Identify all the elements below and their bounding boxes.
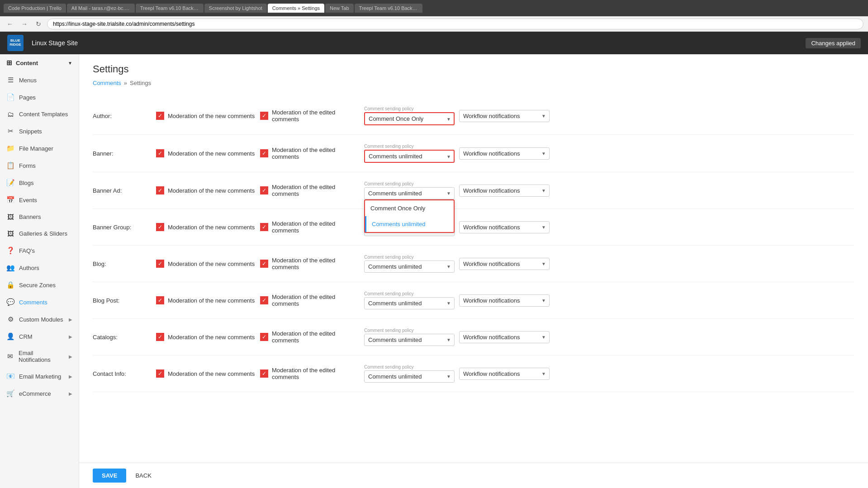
workflow-wrapper-0: Workflow notifications▼ <box>459 110 550 122</box>
sidebar-item-forms[interactable]: 📋 Forms <box>0 157 79 174</box>
settings-row-6: Catalogs:Moderation of the new commentsM… <box>93 319 854 355</box>
sidebar-item-snippets[interactable]: ✂ Snippets <box>0 123 79 140</box>
mod-edited-checkbox-2[interactable] <box>260 186 268 194</box>
tab-mail[interactable]: All Mail - taras.r@ez-bc.com - E... <box>67 4 135 13</box>
sidebar-item-banners[interactable]: 🖼 Banners <box>0 208 79 225</box>
workflow-select-5[interactable]: Workflow notifications <box>459 294 550 307</box>
mod-edited-checkbox-4[interactable] <box>260 260 268 268</box>
policy-select-0[interactable]: Comment Once OnlyComments unlimited <box>364 112 455 125</box>
mod-edited-checkbox-5[interactable] <box>260 296 268 304</box>
breadcrumb-separator: » <box>124 80 127 86</box>
address-input[interactable] <box>47 19 863 29</box>
mod-edited-checkbox-1[interactable] <box>260 149 268 157</box>
mod-edited-checkbox-7[interactable] <box>260 370 268 378</box>
mod-new-checkbox-3[interactable] <box>156 223 164 231</box>
tab-trello[interactable]: Code Production | Trello <box>4 4 66 13</box>
sidebar-item-galleries[interactable]: 🖼 Galleries & Sliders <box>0 225 79 242</box>
mod-new-label-5: Moderation of the new comments <box>168 297 255 304</box>
mod-edited-label-2: Moderation of the edited comments <box>272 184 360 197</box>
workflow-select-1[interactable]: Workflow notifications <box>459 147 550 160</box>
browser-bar: Code Production | Trello All Mail - tara… <box>0 0 868 16</box>
sidebar-content-header[interactable]: ⊞ Content ▼ <box>0 54 79 71</box>
secure-zones-label: Secure Zones <box>19 282 56 289</box>
settings-row-1: Banner:Moderation of the new commentsMod… <box>93 135 854 172</box>
workflow-select-6[interactable]: Workflow notifications <box>459 331 550 343</box>
policy-select-2[interactable]: Comment Once OnlyComments unlimited <box>364 187 455 199</box>
mod-new-checkbox-1[interactable] <box>156 149 164 157</box>
workflow-select-4[interactable]: Workflow notifications <box>459 258 550 270</box>
sidebar-item-content-templates[interactable]: 🗂 Content Templates <box>0 106 79 123</box>
tab-comments-settings[interactable]: Comments » Settings <box>268 4 324 13</box>
sidebar-item-custom-modules[interactable]: ⚙ Custom Modules ▶ <box>0 311 79 328</box>
changes-applied-badge: Changes applied <box>806 38 861 48</box>
sidebar-item-ecommerce[interactable]: 🛒 eCommerce ▶ <box>0 385 79 402</box>
sidebar-item-blogs[interactable]: 📝 Blogs <box>0 174 79 191</box>
policy-small-label-2: Comment sending policy <box>364 181 455 186</box>
tab-treepl1[interactable]: Treepl Team v6.10 Backlog - Bo... <box>136 4 204 13</box>
workflow-wrapper-2: Workflow notifications▼ <box>459 185 550 197</box>
mod-new-group-6: Moderation of the new comments <box>156 333 256 341</box>
sidebar-item-pages[interactable]: 📄 Pages <box>0 89 79 106</box>
content-area: Settings Comments » Settings Author:Mode… <box>79 54 868 488</box>
sidebar-item-comments[interactable]: 💬 Comments <box>0 294 79 311</box>
page-title: Settings <box>93 63 854 75</box>
workflow-select-2[interactable]: Workflow notifications <box>459 185 550 197</box>
mod-edited-checkbox-0[interactable] <box>260 112 268 120</box>
logo-text: BLUERIDGE <box>9 39 21 47</box>
popup-item-2-1[interactable]: Comments unlimited <box>365 216 454 232</box>
policy-select-4[interactable]: Comment Once OnlyComments unlimited <box>364 261 455 273</box>
save-button[interactable]: SAVE <box>93 469 126 483</box>
authors-icon: 👥 <box>6 264 14 272</box>
workflow-select-7[interactable]: Workflow notifications <box>459 368 550 380</box>
tab-treepl2[interactable]: Treepl Team v6.10 Backlog - Bo... <box>355 4 422 13</box>
mod-new-label-7: Moderation of the new comments <box>168 370 255 377</box>
site-name: Linux Stage Site <box>32 39 78 47</box>
sidebar-item-secure-zones[interactable]: 🔒 Secure Zones <box>0 276 79 294</box>
sidebar-item-email-notifications[interactable]: ✉ Email Notifications ▶ <box>0 345 79 368</box>
workflow-select-3[interactable]: Workflow notifications <box>459 221 550 233</box>
sidebar-item-crm[interactable]: 👤 CRM ▶ <box>0 328 79 345</box>
tab-newtab[interactable]: New Tab <box>325 4 354 13</box>
faqs-label: FAQ's <box>19 247 35 254</box>
policy-dropdown-4: Comment sending policyComment Once OnlyC… <box>364 255 455 273</box>
back-button[interactable]: BACK <box>132 469 155 483</box>
row-label-2: Banner Ad: <box>93 187 152 194</box>
refresh-button[interactable]: ↻ <box>33 19 43 28</box>
mod-new-checkbox-6[interactable] <box>156 333 164 341</box>
breadcrumb-current: Settings <box>130 80 151 86</box>
sidebar-item-email-marketing[interactable]: 📧 Email Marketing ▶ <box>0 368 79 385</box>
mod-new-label-3: Moderation of the new comments <box>168 224 255 231</box>
tab-lightshot[interactable]: Screenshot by Lightshot <box>204 4 267 13</box>
mod-edited-group-7: Moderation of the edited comments <box>260 367 360 380</box>
mod-new-checkbox-4[interactable] <box>156 260 164 268</box>
mod-new-checkbox-5[interactable] <box>156 296 164 304</box>
sidebar-item-file-manager[interactable]: 📁 File Manager <box>0 140 79 157</box>
breadcrumb-link[interactable]: Comments <box>93 80 121 86</box>
sidebar-item-faqs[interactable]: ❓ FAQ's <box>0 242 79 259</box>
browser-tabs: Code Production | Trello All Mail - tara… <box>4 4 422 13</box>
forward-nav-button[interactable]: → <box>19 19 30 28</box>
mod-edited-group-5: Moderation of the edited comments <box>260 294 360 307</box>
mod-new-checkbox-7[interactable] <box>156 370 164 378</box>
mod-new-checkbox-2[interactable] <box>156 186 164 194</box>
mod-edited-checkbox-6[interactable] <box>260 333 268 341</box>
forms-icon: 📋 <box>6 161 14 170</box>
mod-edited-group-2: Moderation of the edited comments <box>260 184 360 197</box>
workflow-select-0[interactable]: Workflow notifications <box>459 110 550 122</box>
policy-select-7[interactable]: Comment Once OnlyComments unlimited <box>364 370 455 383</box>
mod-new-group-0: Moderation of the new comments <box>156 112 256 120</box>
sidebar-item-events[interactable]: 📅 Events <box>0 191 79 208</box>
policy-select-6[interactable]: Comment Once OnlyComments unlimited <box>364 334 455 346</box>
row-label-4: Blog: <box>93 261 152 267</box>
blogs-icon: 📝 <box>6 179 14 187</box>
popup-item-2-0[interactable]: Comment Once Only <box>365 200 454 216</box>
policy-select-1[interactable]: Comment Once OnlyComments unlimited <box>364 150 455 163</box>
faqs-icon: ❓ <box>6 246 14 255</box>
policy-select-5[interactable]: Comment Once OnlyComments unlimited <box>364 297 455 309</box>
sidebar-item-authors[interactable]: 👥 Authors <box>0 259 79 276</box>
mod-new-label-4: Moderation of the new comments <box>168 261 255 267</box>
sidebar-item-menus[interactable]: ☰ Menus <box>0 71 79 89</box>
mod-new-checkbox-0[interactable] <box>156 112 164 120</box>
mod-edited-checkbox-3[interactable] <box>260 223 268 231</box>
back-nav-button[interactable]: ← <box>5 19 15 28</box>
